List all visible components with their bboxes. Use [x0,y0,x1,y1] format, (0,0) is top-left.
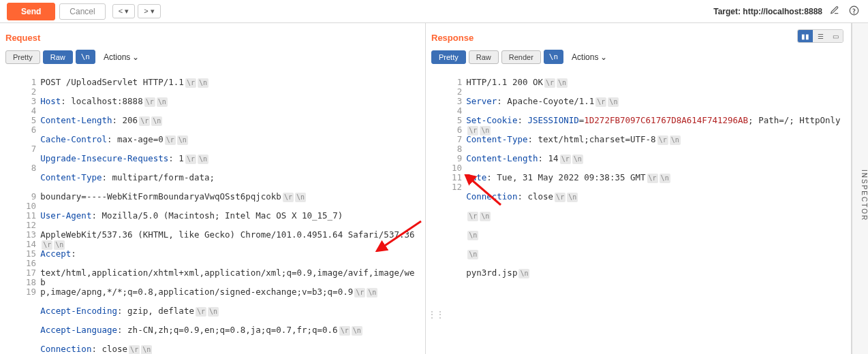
inspector-sidebar[interactable]: INSPECTOR [852,23,868,354]
request-title: Request [5,30,420,50]
cancel-button[interactable]: Cancel [59,3,105,20]
request-tab-nl[interactable]: \n [76,50,95,64]
chevron-down-icon: ⌄ [600,52,607,62]
panel-resize-handle[interactable]: ⋮⋮ [427,309,444,320]
request-tab-raw[interactable]: Raw [43,50,73,64]
request-editor[interactable]: 123456 7 8 910111213141516171819 POST /U… [5,68,420,354]
layout-toggle: ▮▮ ☰ ▭ [797,29,843,43]
target-display: Target: http://localhost:8888 [713,3,861,20]
response-panel: Response Pretty Raw Render \n Actions ⌄ … [426,23,852,354]
top-toolbar: Send Cancel < ▾ > ▾ Target: http://local… [0,0,868,23]
target-value: http://localhost:8888 [743,7,822,16]
request-panel: Request Pretty Raw \n Actions ⌄ 123456 7… [0,23,426,354]
send-button[interactable]: Send [7,3,55,20]
request-gutter: 123456 7 8 910111213141516171819 [5,68,40,354]
request-tabbar: Pretty Raw \n Actions ⌄ [5,50,420,64]
response-actions-menu[interactable]: Actions ⌄ [566,50,613,64]
edit-target-icon[interactable] [828,3,841,19]
response-tab-raw[interactable]: Raw [469,50,499,64]
history-forward-button[interactable]: > ▾ [138,4,160,18]
response-title: Response [431,30,846,50]
request-actions-menu[interactable]: Actions ⌄ [98,50,144,64]
response-viewer[interactable]: 123456789101112 HTTP/1.1 200 OK\r\n Serv… [431,68,846,354]
response-tab-pretty[interactable]: Pretty [431,50,466,64]
layout-columns-icon[interactable]: ▮▮ [798,30,813,42]
response-tabbar: Pretty Raw Render \n Actions ⌄ [431,50,846,64]
response-tab-render[interactable]: Render [501,50,541,64]
target-label: Target: [713,7,743,16]
layout-combined-icon[interactable]: ▭ [828,30,843,42]
request-code[interactable]: POST /UploadServlet HTTP/1.1\r\n Host: l… [40,68,420,354]
history-nav: < ▾ > ▾ [112,4,161,18]
help-icon[interactable] [847,3,861,20]
chevron-down-icon: ⌄ [132,52,139,62]
main-content: Request Pretty Raw \n Actions ⌄ 123456 7… [0,23,868,354]
svg-point-1 [854,12,854,13]
response-code: HTTP/1.1 200 OK\r\n Server: Apache-Coyot… [466,68,846,354]
response-tab-nl[interactable]: \n [544,50,563,64]
history-back-button[interactable]: < ▾ [112,4,135,18]
layout-rows-icon[interactable]: ☰ [813,30,828,42]
request-tab-pretty[interactable]: Pretty [5,50,40,64]
